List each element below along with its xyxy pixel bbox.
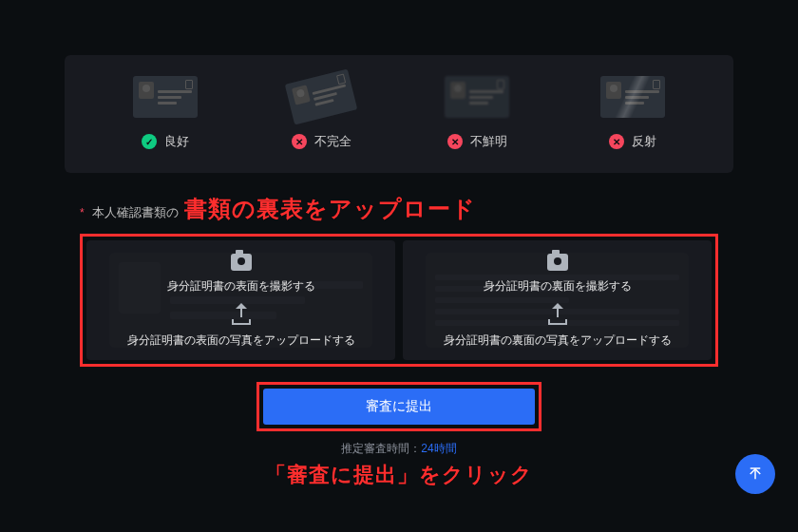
annotation-click-submit: 「審査に提出」をクリック [23,461,775,489]
id-card-thumb-blurry [445,76,509,118]
quality-good: ✓ 良好 [133,76,198,150]
annotation-upload-both-sides: 書類の裏表をアップロード [184,194,476,224]
upload-section-annotated: 身分証明書の表面を撮影する 身分証明書の表面の写真をアップロードする 身分証明書… [80,234,718,367]
check-icon: ✓ [142,134,157,149]
id-card-thumb-good [133,76,198,118]
quality-label: 反射 [632,133,656,150]
submit-button[interactable]: 審査に提出 [263,389,535,425]
quality-blurry: ✕ 不鮮明 [445,76,509,150]
id-card-thumb-tilted [285,68,358,124]
estimate-label: 推定審査時間： [341,442,421,455]
submit-annotated-frame: 審査に提出 [256,382,542,431]
quality-label: 不鮮明 [470,133,507,150]
camera-icon [231,254,252,271]
capture-front-label: 身分証明書の表面を撮影する [167,278,315,294]
cross-icon: ✕ [447,134,463,149]
quality-glare: ✕ 反射 [600,76,665,150]
capture-back-label: 身分証明書の裏面を撮影する [484,278,632,294]
upload-icon [232,306,251,325]
arrow-up-icon [747,466,764,483]
estimated-review-time: 推定審査時間：24時間 [23,441,775,457]
required-star: * [80,206,85,219]
upload-front-label: 身分証明書の表面の写真をアップロードする [127,332,355,349]
section-label: 本人確認書類の [92,204,179,221]
upload-front-card[interactable]: 身分証明書の表面を撮影する 身分証明書の表面の写真をアップロードする [86,240,395,360]
upload-back-label: 身分証明書の裏面の写真をアップロードする [444,332,672,349]
scroll-to-top-button[interactable] [735,454,775,494]
cross-icon: ✕ [609,134,624,149]
upload-icon [548,306,567,325]
quality-label: 不完全 [314,133,352,150]
photo-quality-panel: ✓ 良好 ✕ 不完全 ✕ 不鮮明 [65,55,733,173]
upload-back-card[interactable]: 身分証明書の裏面を撮影する 身分証明書の裏面の写真をアップロードする [403,240,712,360]
id-card-thumb-glare [600,76,665,118]
quality-label: 良好 [164,133,189,150]
cross-icon: ✕ [292,134,307,149]
estimate-value: 24時間 [421,442,456,455]
quality-incomplete: ✕ 不完全 [289,76,353,150]
camera-icon [547,254,568,271]
